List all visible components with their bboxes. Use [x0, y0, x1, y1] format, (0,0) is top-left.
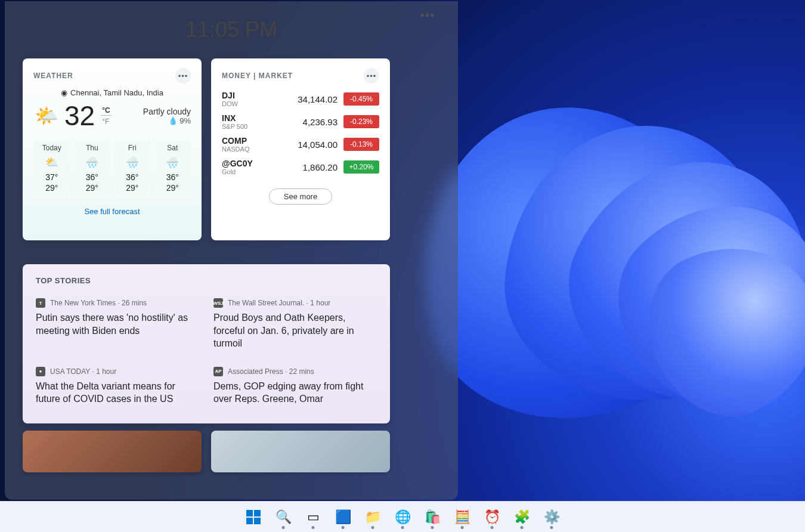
taskbar-clock[interactable]: ⏰	[479, 505, 504, 530]
widgets-clock: 11:05 PM	[185, 17, 277, 42]
market-row[interactable]: INXS&P 500 4,236.93 -0.23%	[222, 113, 379, 130]
calculator-icon: 🧮	[454, 509, 470, 525]
forecast-day[interactable]: Sat 🌧️ 36° 29°	[154, 139, 191, 199]
taskbar-settings[interactable]: ⚙️	[539, 505, 564, 530]
taskbar-widgets[interactable]: 🟦	[330, 505, 355, 530]
news-story[interactable]: ●USA TODAY · 1 hour What the Delta varia…	[36, 367, 199, 406]
news-story[interactable]: APAssociated Press · 22 mins Dems, GOP e…	[213, 367, 377, 406]
weather-icon: ⛅	[35, 156, 69, 169]
taskbar-store[interactable]: 🛍️	[420, 505, 445, 530]
widgets-panel: 11:05 PM ••• WEATHER ••• ◉ Chennai, Tami…	[5, 1, 458, 500]
market-title: MONEY | MARKET	[222, 72, 293, 80]
news-thumbnail[interactable]	[211, 431, 390, 472]
location-icon: ◉	[61, 88, 67, 97]
search-icon: 🔍	[275, 509, 292, 525]
news-story[interactable]: TThe New York Times · 26 mins Putin says…	[36, 298, 199, 350]
see-full-forecast-link[interactable]: See full forecast	[33, 207, 191, 216]
source-icon: ●	[36, 367, 45, 376]
change-badge: -0.13%	[343, 138, 379, 151]
change-badge: -0.45%	[343, 92, 379, 106]
taskbar-task-view[interactable]: ▭	[301, 505, 326, 530]
app-a-icon: 🧩	[514, 509, 530, 525]
temp-unit-toggle[interactable]: °C °F	[101, 106, 111, 126]
widgets-settings-button[interactable]: •••	[420, 10, 435, 22]
taskbar-search[interactable]: 🔍	[271, 505, 296, 530]
weather-icon: 🌤️	[35, 104, 58, 127]
weather-condition: Partly cloudy	[143, 107, 191, 116]
market-row[interactable]: @GC0YGold 1,860.20 +0.20%	[222, 159, 379, 175]
change-badge: +0.20%	[343, 160, 379, 174]
taskbar: 🔍▭🟦📁🌐🛍️🧮⏰🧩⚙️	[0, 501, 805, 532]
weather-icon: 🌧️	[115, 156, 150, 169]
source-icon: T	[36, 298, 45, 308]
store-icon: 🛍️	[425, 509, 441, 525]
weather-temp: 32	[64, 100, 95, 132]
weather-icon: 🌧️	[156, 156, 190, 169]
market-see-more-button[interactable]: See more	[269, 188, 332, 205]
droplet-icon: 💧	[168, 116, 178, 125]
clock-icon: ⏰	[484, 509, 500, 525]
taskbar-start[interactable]	[241, 505, 266, 530]
weather-widget[interactable]: WEATHER ••• ◉ Chennai, Tamil Nadu, India…	[23, 58, 202, 240]
market-widget[interactable]: MONEY | MARKET ••• DJIDOW 34,144.02 -0.4…	[211, 58, 390, 240]
market-row[interactable]: COMPNASDAQ 14,054.00 -0.13%	[222, 136, 379, 153]
forecast-day[interactable]: Thu 🌧️ 36° 29°	[74, 139, 111, 199]
news-story[interactable]: WSJThe Wall Street Journal. · 1 hour Pro…	[213, 298, 377, 350]
weather-more-button[interactable]: •••	[175, 68, 191, 83]
news-thumbnail[interactable]	[23, 431, 202, 472]
top-stories-widget[interactable]: TOP STORIES TThe New York Times · 26 min…	[23, 264, 390, 423]
task-view-icon: ▭	[307, 509, 320, 525]
weather-location: ◉ Chennai, Tamil Nadu, India	[33, 88, 191, 97]
top-stories-title: TOP STORIES	[36, 276, 377, 285]
taskbar-file-explorer[interactable]: 📁	[360, 505, 385, 530]
source-icon: AP	[213, 367, 223, 376]
taskbar-app-a[interactable]: 🧩	[509, 505, 534, 530]
file-explorer-icon: 📁	[365, 509, 381, 525]
edge-icon: 🌐	[395, 509, 411, 525]
change-badge: -0.23%	[343, 115, 379, 128]
weather-icon: 🌧️	[75, 156, 110, 169]
start-icon	[246, 510, 261, 524]
taskbar-edge[interactable]: 🌐	[390, 505, 415, 530]
market-row[interactable]: DJIDOW 34,144.02 -0.45%	[222, 91, 379, 107]
widgets-icon: 🟦	[335, 509, 351, 525]
forecast-day[interactable]: Today ⛅ 37° 29°	[33, 139, 70, 199]
weather-title: WEATHER	[33, 72, 73, 80]
market-more-button[interactable]: •••	[364, 68, 379, 83]
taskbar-calculator[interactable]: 🧮	[450, 505, 475, 530]
settings-icon: ⚙️	[544, 509, 560, 525]
source-icon: WSJ	[213, 298, 223, 308]
forecast-day[interactable]: Fri 🌧️ 36° 29°	[114, 139, 151, 199]
